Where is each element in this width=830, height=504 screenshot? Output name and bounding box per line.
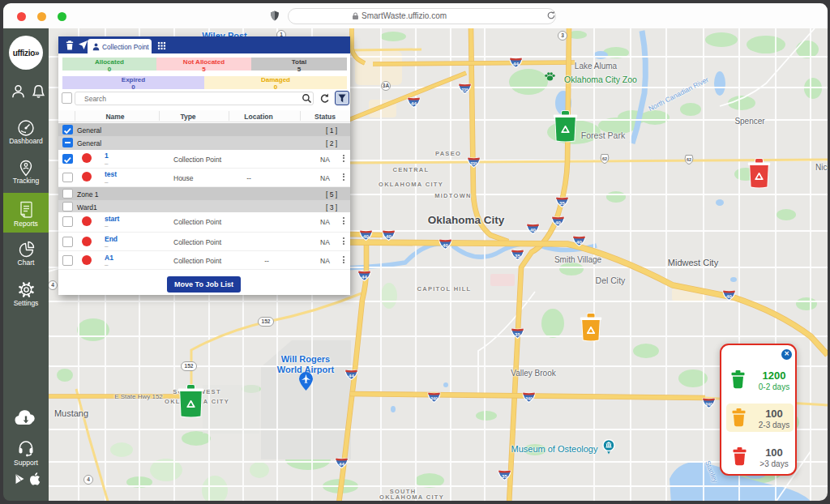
svg-text:240: 240 xyxy=(705,402,712,407)
svg-text:240: 240 xyxy=(525,396,533,401)
svg-text:35: 35 xyxy=(559,200,565,206)
svg-text:240: 240 xyxy=(430,396,438,401)
svg-text:40: 40 xyxy=(555,220,561,225)
svg-text:40: 40 xyxy=(443,242,448,248)
svg-text:40: 40 xyxy=(576,239,582,245)
svg-text:62: 62 xyxy=(687,157,691,162)
svg-text:40: 40 xyxy=(530,227,536,233)
svg-text:35: 35 xyxy=(515,331,520,337)
svg-text:235: 235 xyxy=(470,161,477,166)
svg-text:62: 62 xyxy=(602,156,607,161)
svg-text:35: 35 xyxy=(515,253,520,258)
svg-text:44: 44 xyxy=(349,373,354,378)
svg-text:235: 235 xyxy=(461,88,468,92)
svg-text:40: 40 xyxy=(363,233,369,239)
svg-text:35: 35 xyxy=(502,473,507,479)
svg-text:44: 44 xyxy=(362,274,367,280)
svg-text:44: 44 xyxy=(411,100,417,106)
svg-text:44: 44 xyxy=(339,461,344,467)
svg-text:44: 44 xyxy=(513,61,519,66)
svg-text:40: 40 xyxy=(726,293,732,299)
svg-text:40: 40 xyxy=(386,233,391,239)
